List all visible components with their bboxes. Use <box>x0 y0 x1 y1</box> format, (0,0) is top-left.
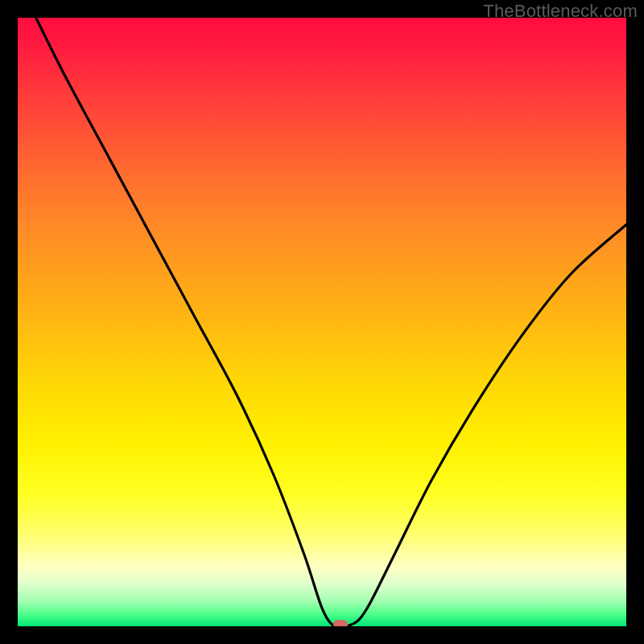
bottleneck-curve <box>18 18 626 626</box>
plot-area <box>18 18 626 626</box>
optimum-marker <box>333 620 348 626</box>
chart-frame: TheBottleneck.com <box>0 0 644 644</box>
watermark-text: TheBottleneck.com <box>483 1 638 22</box>
